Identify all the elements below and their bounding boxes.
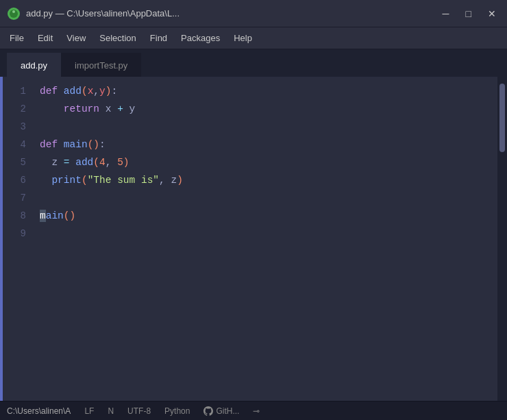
status-indent[interactable]: N [101, 402, 121, 420]
status-path[interactable]: C:\Users\alinen\A [7, 402, 77, 420]
status-terminal[interactable]: ⊸ [246, 402, 267, 420]
title-bar: add.py — C:\Users\alinen\AppData\L... ─ … [0, 0, 507, 27]
window-title: add.py — C:\Users\alinen\AppData\L... [26, 8, 438, 18]
code-line-1: def add(x,y): [40, 82, 491, 100]
github-label: GitH... [216, 406, 239, 416]
tab-importTest-py[interactable]: importTest.py [61, 53, 141, 77]
editor-container: 123456789 def add(x,y): return x + y def… [0, 77, 507, 401]
line-number-4: 4 [3, 136, 33, 153]
line-numbers: 123456789 [3, 77, 33, 401]
svg-point-2 [12, 10, 15, 13]
code-line-9 [40, 225, 491, 243]
close-button[interactable]: ✕ [484, 6, 500, 21]
code-line-2: return x + y [40, 100, 491, 118]
menu-item-selection[interactable]: Selection [92, 30, 143, 46]
menu-item-edit[interactable]: Edit [31, 30, 60, 46]
menu-item-file[interactable]: File [3, 30, 31, 46]
status-encoding[interactable]: UTF-8 [121, 402, 158, 420]
menu-item-view[interactable]: View [60, 30, 92, 46]
line-number-3: 3 [3, 118, 33, 136]
menu-item-packages[interactable]: Packages [174, 30, 227, 46]
menu-item-help[interactable]: Help [227, 30, 259, 46]
window-controls: ─ □ ✕ [438, 6, 500, 21]
tab-add-py[interactable]: add.py [7, 53, 61, 77]
maximize-button[interactable]: □ [462, 6, 475, 21]
code-line-7 [40, 189, 491, 207]
scrollbar-thumb[interactable] [499, 84, 505, 152]
line-number-2: 2 [3, 100, 33, 118]
code-line-5: z = add(4, 5) [40, 153, 491, 171]
line-number-5: 5 [3, 153, 33, 171]
app-icon [7, 7, 21, 21]
code-editor[interactable]: def add(x,y): return x + y def main(): z… [33, 77, 497, 401]
line-number-7: 7 [3, 189, 33, 207]
menu-bar: FileEditViewSelectionFindPackagesHelp [0, 27, 507, 49]
code-line-8: main() [40, 207, 491, 225]
status-bar: C:\Users\alinen\A LF N UTF-8 Python GitH… [0, 401, 507, 420]
scrollbar[interactable] [497, 77, 507, 401]
status-language[interactable]: Python [158, 402, 197, 420]
tabs-bar: add.pyimportTest.py [0, 49, 507, 77]
code-line-4: def main(): [40, 136, 491, 153]
line-number-8: 8 [3, 207, 33, 225]
code-line-3 [40, 118, 491, 136]
line-number-9: 9 [3, 225, 33, 243]
menu-item-find[interactable]: Find [143, 30, 174, 46]
status-github[interactable]: GitH... [197, 402, 246, 420]
code-line-6: print("The sum is", z) [40, 171, 491, 189]
line-number-1: 1 [3, 82, 33, 100]
status-line-ending[interactable]: LF [77, 402, 101, 420]
minimize-button[interactable]: ─ [438, 6, 454, 21]
line-number-6: 6 [3, 171, 33, 189]
